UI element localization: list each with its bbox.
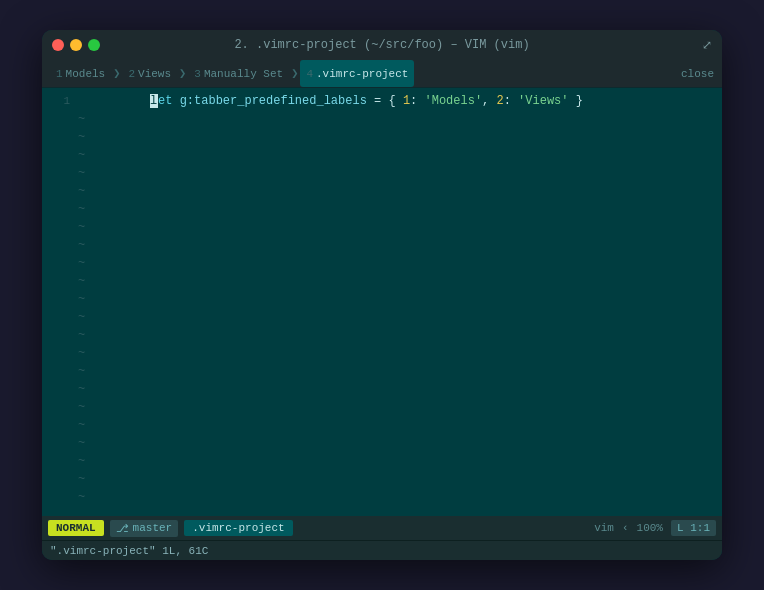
tilde-line: ~ [42, 290, 722, 308]
cmd-text: ".vimrc-project" 1L, 61C [50, 545, 208, 557]
branch-badge: ⎇ master [110, 520, 179, 537]
tab-4-label: .vimrc-project [316, 68, 408, 80]
tab-1-label: Models [66, 68, 106, 80]
mode-badge: NORMAL [48, 520, 104, 536]
status-right: vim ‹ 100% L 1:1 [594, 520, 716, 536]
zoom-level: 100% [637, 522, 663, 534]
tab-3-manually-set[interactable]: 3 Manually Set [188, 60, 289, 87]
close-button[interactable] [52, 39, 64, 51]
tilde-line: ~ [42, 362, 722, 380]
maximize-icon[interactable]: ⤢ [702, 38, 712, 53]
zoom-separator: ‹ [622, 522, 629, 534]
tilde-line: ~ [42, 416, 722, 434]
cursor: l [150, 94, 158, 108]
vim-window: 2. .vimrc-project (~/src/foo) – VIM (vim… [42, 30, 722, 560]
tilde-line: ~ [42, 218, 722, 236]
branch-icon: ⎇ [116, 522, 129, 535]
tilde-line: ~ [42, 398, 722, 416]
ln-icon: L [677, 522, 684, 534]
tab-sep-2: ❯ [179, 66, 186, 81]
tilde-line: ~ [42, 200, 722, 218]
vim-label: vim [594, 522, 614, 534]
tab-sep-1: ❯ [113, 66, 120, 81]
tilde-line: ~ [42, 452, 722, 470]
tilde-line: ~ [42, 344, 722, 362]
tilde-line: ~ [42, 470, 722, 488]
tilde-line: ~ [42, 146, 722, 164]
code-line-1: 1 let g:tabber_predefined_labels = { 1: … [42, 92, 722, 110]
tilde-line: ~ [42, 254, 722, 272]
minimize-button[interactable] [70, 39, 82, 51]
tilde-line: ~ [42, 326, 722, 344]
tilde-line: ~ [42, 182, 722, 200]
tilde-line: ~ [42, 164, 722, 182]
tab-sep-3: ❯ [291, 66, 298, 81]
status-bar: NORMAL ⎇ master .vimrc-project vim ‹ 100… [42, 516, 722, 540]
tilde-line: ~ [42, 488, 722, 506]
tab-3-label: Manually Set [204, 68, 283, 80]
branch-name: master [133, 522, 173, 534]
position-value: 1:1 [690, 522, 710, 534]
window-title: 2. .vimrc-project (~/src/foo) – VIM (vim… [234, 38, 529, 52]
tilde-line: ~ [42, 308, 722, 326]
position-badge: L 1:1 [671, 520, 716, 536]
tab-bar: 1 Models ❯ 2 Views ❯ 3 Manually Set ❯ 4 … [42, 60, 722, 88]
tilde-line: ~ [42, 434, 722, 452]
editor-area[interactable]: 1 let g:tabber_predefined_labels = { 1: … [42, 88, 722, 516]
tilde-line: ~ [42, 128, 722, 146]
tab-close-button[interactable]: close [681, 68, 714, 80]
tilde-line: ~ [42, 272, 722, 290]
tilde-line: ~ [42, 236, 722, 254]
tab-4-vimrc-project[interactable]: 4 .vimrc-project [300, 60, 414, 87]
title-bar: 2. .vimrc-project (~/src/foo) – VIM (vim… [42, 30, 722, 60]
statusbar-filename: .vimrc-project [184, 520, 292, 536]
tilde-line: ~ [42, 380, 722, 398]
tab-1-models[interactable]: 1 Models [50, 60, 111, 87]
editor-content: 1 let g:tabber_predefined_labels = { 1: … [42, 88, 722, 516]
tab-2-label: Views [138, 68, 171, 80]
command-line: ".vimrc-project" 1L, 61C [42, 540, 722, 560]
maximize-button[interactable] [88, 39, 100, 51]
tab-2-views[interactable]: 2 Views [122, 60, 177, 87]
traffic-lights [52, 39, 100, 51]
